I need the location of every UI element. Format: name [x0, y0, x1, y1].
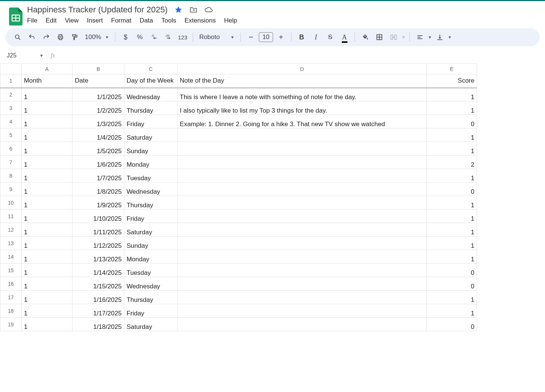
- cell[interactable]: 1/9/2025: [72, 196, 124, 210]
- cell[interactable]: Thursday: [124, 101, 177, 115]
- cell[interactable]: 1/14/2025: [72, 264, 124, 277]
- cell[interactable]: 1: [21, 169, 72, 182]
- cell[interactable]: Tuesday: [124, 264, 177, 277]
- cell[interactable]: Tuesday: [124, 169, 177, 182]
- row-header[interactable]: 13: [0, 237, 22, 250]
- cell[interactable]: 1: [21, 182, 72, 196]
- cell[interactable]: Monday: [124, 250, 177, 264]
- increase-fontsize-button[interactable]: +: [275, 31, 287, 44]
- cell[interactable]: 0: [427, 115, 477, 128]
- cell[interactable]: 0: [427, 264, 477, 277]
- cell[interactable]: 1: [427, 88, 477, 101]
- row-header[interactable]: 10: [0, 196, 22, 210]
- increase-decimal-icon[interactable]: .00: [162, 31, 175, 44]
- cell[interactable]: [177, 210, 427, 223]
- row-header[interactable]: 7: [0, 155, 22, 169]
- row-header[interactable]: 6: [0, 142, 22, 155]
- menu-edit[interactable]: Edit: [45, 17, 56, 24]
- cell[interactable]: 1/4/2025: [72, 128, 124, 142]
- move-to-folder-icon[interactable]: [189, 6, 198, 14]
- row-header[interactable]: 9: [0, 182, 22, 196]
- row-header[interactable]: 16: [0, 277, 22, 291]
- undo-icon[interactable]: [26, 31, 38, 44]
- row-header[interactable]: 2: [0, 88, 22, 101]
- print-icon[interactable]: [54, 31, 67, 44]
- sheets-logo-icon[interactable]: [8, 7, 23, 26]
- cell[interactable]: [177, 318, 427, 331]
- cell[interactable]: Wednesday: [124, 88, 177, 101]
- cell[interactable]: 1: [427, 101, 477, 115]
- cell[interactable]: 1: [21, 210, 72, 223]
- paint-format-icon[interactable]: [68, 31, 81, 44]
- cell[interactable]: 1: [427, 169, 477, 182]
- font-family-dropdown[interactable]: Roboto ▼: [197, 33, 237, 41]
- cell[interactable]: [177, 128, 427, 142]
- vertical-align-icon[interactable]: [433, 31, 446, 44]
- menu-extensions[interactable]: Extensions: [184, 17, 216, 24]
- cell[interactable]: 0: [427, 277, 477, 291]
- cell[interactable]: [177, 169, 427, 182]
- menu-format[interactable]: Format: [111, 17, 131, 24]
- col-header-C[interactable]: C: [124, 64, 177, 74]
- cell[interactable]: Date: [72, 74, 124, 88]
- cell[interactable]: 1: [427, 291, 477, 304]
- cell[interactable]: 1: [21, 291, 72, 304]
- row-header[interactable]: 5: [0, 128, 22, 142]
- cell[interactable]: Monday: [124, 155, 177, 169]
- cell[interactable]: 1: [427, 196, 477, 210]
- cell[interactable]: Score: [427, 74, 477, 88]
- cell[interactable]: Example: 1. Dinner 2. Going for a hike 3…: [177, 115, 427, 128]
- cell[interactable]: 1: [427, 223, 477, 237]
- col-header-B[interactable]: B: [72, 64, 124, 74]
- cell[interactable]: 1/5/2025: [72, 142, 124, 155]
- cell[interactable]: 1: [21, 128, 72, 142]
- strikethrough-button[interactable]: S: [324, 31, 337, 44]
- cell[interactable]: 1/2/2025: [72, 101, 124, 115]
- horizontal-align-icon[interactable]: [414, 31, 426, 44]
- cell[interactable]: [177, 304, 427, 318]
- cell[interactable]: 1/10/2025: [72, 210, 124, 223]
- cell[interactable]: 1/13/2025: [72, 250, 124, 264]
- cell[interactable]: 1: [21, 277, 72, 291]
- cell[interactable]: 1: [427, 128, 477, 142]
- cloud-status-icon[interactable]: [204, 6, 213, 14]
- cell[interactable]: 1/1/2025: [72, 88, 124, 101]
- row-header[interactable]: 17: [0, 291, 22, 304]
- cell[interactable]: Sunday: [124, 142, 177, 155]
- row-header[interactable]: 8: [0, 169, 22, 182]
- row-header[interactable]: 15: [0, 264, 22, 277]
- chevron-down-icon[interactable]: ▼: [428, 35, 432, 39]
- row-header[interactable]: 1: [0, 74, 22, 88]
- chevron-down-icon[interactable]: ▼: [448, 35, 452, 39]
- cell[interactable]: Thursday: [124, 196, 177, 210]
- cell[interactable]: 1: [21, 155, 72, 169]
- zoom-dropdown[interactable]: 100% ▼: [83, 33, 111, 41]
- cell[interactable]: 1/18/2025: [72, 318, 124, 331]
- cell[interactable]: Sunday: [124, 237, 177, 250]
- percent-button[interactable]: %: [133, 31, 146, 44]
- cell[interactable]: [177, 155, 427, 169]
- menu-help[interactable]: Help: [224, 17, 237, 24]
- cell[interactable]: This is where I leave a note with someth…: [177, 88, 427, 101]
- cell[interactable]: 1/6/2025: [72, 155, 124, 169]
- cell[interactable]: 1: [21, 318, 72, 331]
- fontsize-input[interactable]: 10: [259, 32, 273, 42]
- cell[interactable]: 0: [427, 318, 477, 331]
- cell[interactable]: 1: [21, 88, 72, 101]
- search-icon[interactable]: [11, 31, 24, 44]
- row-header[interactable]: 19: [0, 318, 22, 331]
- row-header[interactable]: 3: [0, 101, 22, 115]
- row-header[interactable]: 14: [0, 250, 22, 264]
- row-header[interactable]: 18: [0, 304, 22, 318]
- col-header-A[interactable]: A: [21, 64, 72, 74]
- cell[interactable]: [177, 142, 427, 155]
- cell[interactable]: 1: [427, 304, 477, 318]
- merge-cells-icon[interactable]: [387, 31, 400, 44]
- cell[interactable]: [177, 250, 427, 264]
- chevron-down-icon[interactable]: ▼: [402, 35, 406, 39]
- cell[interactable]: 1: [21, 101, 72, 115]
- select-all-corner[interactable]: [0, 64, 22, 74]
- decrease-decimal-icon[interactable]: .0: [148, 31, 160, 44]
- menu-data[interactable]: Data: [140, 17, 153, 24]
- cell[interactable]: 1/11/2025: [72, 223, 124, 237]
